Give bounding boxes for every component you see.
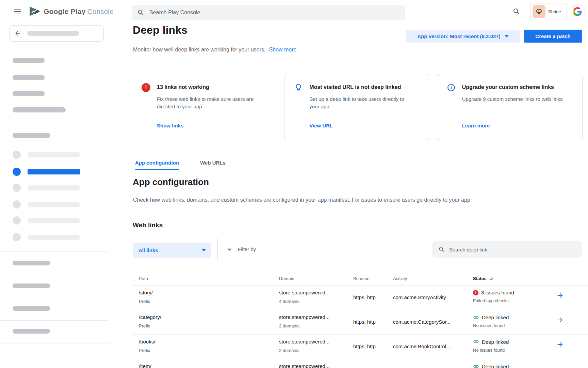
chevron-down-icon	[202, 249, 206, 251]
table-body: /story/Prefix store.steampowered...4 dom…	[132, 286, 588, 368]
tab-bar: App configuration Web URLs	[132, 155, 588, 170]
search-icon	[438, 246, 445, 253]
view-url-link[interactable]: View URL	[309, 123, 333, 128]
skeleton-bar	[13, 306, 50, 311]
search-icon	[137, 9, 145, 16]
divider	[0, 124, 109, 124]
back-button[interactable]	[9, 25, 104, 42]
table-row[interactable]: /category/Prefix store.steampowered...2 …	[132, 310, 588, 335]
card-title: Upgrade your custom scheme links	[462, 84, 554, 90]
show-links-link[interactable]: Show links	[157, 123, 183, 128]
divider	[425, 239, 425, 260]
domain-cell: store.steampowered...	[279, 290, 353, 295]
info-icon	[447, 83, 456, 92]
google-logo-icon	[573, 7, 582, 16]
table-row[interactable]: /books/Prefix store.steampowered...2 dom…	[132, 335, 588, 359]
menu-icon[interactable]	[14, 9, 21, 14]
domain-cell: store.steampowered...	[279, 339, 353, 344]
filter-by-button[interactable]: Filter by	[226, 239, 256, 260]
links-filter-dropdown[interactable]: All links	[133, 243, 211, 258]
skeleton-bar	[27, 31, 79, 36]
app-switcher[interactable]: Shrine	[530, 3, 567, 20]
card-body: Upgrade 9 custom scheme links to web lin…	[462, 95, 563, 103]
skeleton-nav-item[interactable]	[13, 216, 21, 225]
sidebar: Google PlayConsole	[0, 0, 110, 368]
section-title: App configuration	[133, 177, 209, 187]
create-patch-button[interactable]: Create a patch	[524, 30, 582, 43]
card-most-visited-url: Most visited URL is not deep linked Set …	[284, 74, 430, 140]
row-detail-arrow-icon[interactable]	[556, 341, 588, 348]
app-logo[interactable]: Google PlayConsole	[44, 7, 114, 16]
chevron-down-icon	[505, 35, 509, 37]
sort-descending-icon	[489, 276, 494, 281]
skeleton-nav-item[interactable]	[13, 151, 21, 159]
card-body: Set up a deep link to take users directl…	[309, 95, 411, 110]
card-body: Fix these web links to make sure users a…	[157, 95, 259, 110]
filter-by-label: Filter by	[238, 246, 256, 252]
sidebar-item-deep-links-label[interactable]	[28, 169, 80, 174]
show-more-link[interactable]: Show more	[269, 47, 297, 52]
global-search-input[interactable]: Search Play Console	[132, 5, 405, 20]
current-app-name: Shrine	[548, 9, 561, 14]
activity-cell: com.acme.CategorySor...	[393, 319, 473, 325]
divider	[0, 343, 109, 343]
card-title: 13 links not working	[157, 84, 209, 90]
path-cell: /books/	[139, 339, 279, 344]
google-account-button[interactable]	[570, 4, 585, 19]
skeleton-bar	[13, 133, 50, 138]
table-row[interactable]: /story/Prefix store.steampowered...4 dom…	[132, 286, 588, 310]
web-links-title: Web links	[133, 221, 163, 229]
skeleton-bar	[13, 58, 45, 63]
column-header-domain: Domain	[279, 276, 353, 281]
deep-link-search-input[interactable]: Search deep link	[432, 241, 582, 258]
tab-web-urls[interactable]: Web URLs	[200, 155, 226, 170]
insight-cards: 13 links not working Fix these web links…	[132, 74, 583, 140]
play-console-logo-icon	[29, 6, 41, 17]
skeleton-bar	[28, 152, 80, 157]
page-subtitle: Monitor how well deep links are working …	[133, 47, 266, 52]
status-badge: Deep linked	[482, 364, 509, 368]
divider	[217, 239, 218, 260]
learn-more-link[interactable]: Learn more	[462, 123, 490, 128]
links-filter-label: All links	[138, 247, 158, 253]
column-header-status[interactable]: Status	[473, 276, 556, 281]
divider	[0, 320, 109, 321]
activity-cell: com.acme.BookControl...	[393, 343, 473, 349]
link-icon	[473, 339, 479, 345]
table-toolbar: All links Filter by Search deep link	[132, 239, 588, 260]
tab-app-configuration[interactable]: App configuration	[135, 155, 179, 170]
row-detail-arrow-icon[interactable]	[556, 316, 588, 324]
arrow-back-icon	[14, 30, 21, 37]
row-detail-arrow-icon[interactable]	[556, 292, 588, 299]
skeleton-nav-item[interactable]	[13, 184, 21, 192]
table-row[interactable]: /item/ store.steampowered... Deep linked	[132, 359, 588, 368]
skeleton-nav-item[interactable]	[13, 233, 21, 241]
scheme-cell: https, http	[353, 319, 393, 325]
link-icon	[473, 363, 479, 368]
skeleton-nav-item[interactable]	[13, 200, 21, 209]
sidebar-item-deep-links-active[interactable]	[13, 168, 21, 176]
card-upgrade-schemes: Upgrade your custom scheme links Upgrade…	[437, 74, 583, 140]
column-header-path: Path	[139, 276, 279, 281]
status-badge: Deep linked	[482, 339, 509, 345]
path-cell: /category/	[139, 314, 279, 320]
skeleton-bar	[13, 91, 45, 96]
column-header-activity: Activity	[393, 276, 473, 281]
skeleton-bar	[13, 261, 50, 265]
app-version-dropdown[interactable]: App version: Most recent (8.2.027)	[406, 30, 520, 43]
column-header-scheme: Scheme	[353, 276, 393, 281]
divider	[0, 274, 109, 274]
search-icon-button[interactable]	[512, 7, 521, 16]
link-icon	[473, 314, 479, 320]
table-header: Path Domain Scheme Activity Status	[132, 260, 588, 286]
shrine-app-icon	[533, 5, 545, 18]
card-title: Most visited URL is not deep linked	[309, 84, 401, 90]
skeleton-bar	[28, 185, 80, 190]
error-icon	[142, 83, 150, 92]
skeleton-bar	[28, 218, 80, 223]
logo-google-play: Google Play	[44, 7, 86, 15]
skeleton-bar	[28, 202, 80, 207]
skeleton-bar	[13, 107, 66, 112]
domain-cell: store.steampowered...	[279, 314, 353, 320]
path-cell: /story/	[139, 290, 279, 295]
